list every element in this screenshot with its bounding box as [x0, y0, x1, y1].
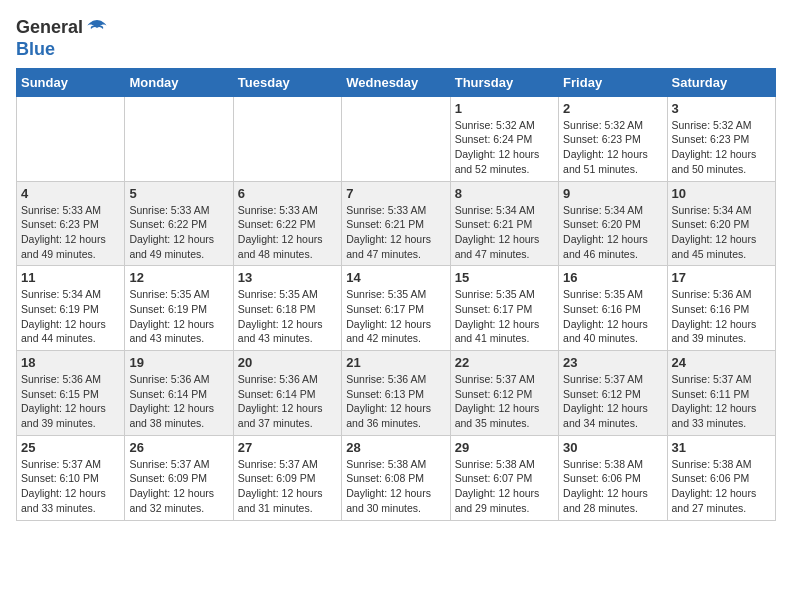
- day-number: 12: [129, 270, 228, 285]
- calendar-table: SundayMondayTuesdayWednesdayThursdayFrid…: [16, 68, 776, 521]
- day-info: Sunrise: 5:36 AM Sunset: 6:15 PM Dayligh…: [21, 372, 120, 431]
- week-row-3: 11Sunrise: 5:34 AM Sunset: 6:19 PM Dayli…: [17, 266, 776, 351]
- day-info: Sunrise: 5:37 AM Sunset: 6:10 PM Dayligh…: [21, 457, 120, 516]
- day-cell: 12Sunrise: 5:35 AM Sunset: 6:19 PM Dayli…: [125, 266, 233, 351]
- day-info: Sunrise: 5:37 AM Sunset: 6:12 PM Dayligh…: [455, 372, 554, 431]
- day-number: 26: [129, 440, 228, 455]
- day-info: Sunrise: 5:34 AM Sunset: 6:20 PM Dayligh…: [563, 203, 662, 262]
- day-cell: 10Sunrise: 5:34 AM Sunset: 6:20 PM Dayli…: [667, 181, 775, 266]
- day-cell: 28Sunrise: 5:38 AM Sunset: 6:08 PM Dayli…: [342, 435, 450, 520]
- day-info: Sunrise: 5:35 AM Sunset: 6:19 PM Dayligh…: [129, 287, 228, 346]
- day-number: 28: [346, 440, 445, 455]
- day-cell: 4Sunrise: 5:33 AM Sunset: 6:23 PM Daylig…: [17, 181, 125, 266]
- day-info: Sunrise: 5:38 AM Sunset: 6:06 PM Dayligh…: [672, 457, 771, 516]
- logo-text-general: General: [16, 18, 83, 38]
- logo-bird-icon: [85, 16, 109, 40]
- day-info: Sunrise: 5:35 AM Sunset: 6:16 PM Dayligh…: [563, 287, 662, 346]
- header: General Blue: [16, 16, 776, 60]
- day-cell: 24Sunrise: 5:37 AM Sunset: 6:11 PM Dayli…: [667, 351, 775, 436]
- day-info: Sunrise: 5:33 AM Sunset: 6:22 PM Dayligh…: [238, 203, 337, 262]
- day-cell: 7Sunrise: 5:33 AM Sunset: 6:21 PM Daylig…: [342, 181, 450, 266]
- day-cell: 18Sunrise: 5:36 AM Sunset: 6:15 PM Dayli…: [17, 351, 125, 436]
- day-number: 5: [129, 186, 228, 201]
- day-cell: 29Sunrise: 5:38 AM Sunset: 6:07 PM Dayli…: [450, 435, 558, 520]
- day-number: 11: [21, 270, 120, 285]
- day-number: 13: [238, 270, 337, 285]
- day-number: 10: [672, 186, 771, 201]
- day-info: Sunrise: 5:37 AM Sunset: 6:11 PM Dayligh…: [672, 372, 771, 431]
- day-info: Sunrise: 5:34 AM Sunset: 6:19 PM Dayligh…: [21, 287, 120, 346]
- header-cell-saturday: Saturday: [667, 68, 775, 96]
- day-number: 31: [672, 440, 771, 455]
- day-cell: [125, 96, 233, 181]
- week-row-5: 25Sunrise: 5:37 AM Sunset: 6:10 PM Dayli…: [17, 435, 776, 520]
- day-cell: 23Sunrise: 5:37 AM Sunset: 6:12 PM Dayli…: [559, 351, 667, 436]
- day-info: Sunrise: 5:37 AM Sunset: 6:09 PM Dayligh…: [129, 457, 228, 516]
- day-cell: [233, 96, 341, 181]
- day-number: 1: [455, 101, 554, 116]
- day-info: Sunrise: 5:35 AM Sunset: 6:17 PM Dayligh…: [346, 287, 445, 346]
- week-row-1: 1Sunrise: 5:32 AM Sunset: 6:24 PM Daylig…: [17, 96, 776, 181]
- day-cell: 13Sunrise: 5:35 AM Sunset: 6:18 PM Dayli…: [233, 266, 341, 351]
- day-info: Sunrise: 5:32 AM Sunset: 6:23 PM Dayligh…: [563, 118, 662, 177]
- day-info: Sunrise: 5:37 AM Sunset: 6:09 PM Dayligh…: [238, 457, 337, 516]
- header-cell-friday: Friday: [559, 68, 667, 96]
- logo-text-blue: Blue: [16, 40, 55, 60]
- day-cell: 11Sunrise: 5:34 AM Sunset: 6:19 PM Dayli…: [17, 266, 125, 351]
- day-info: Sunrise: 5:35 AM Sunset: 6:18 PM Dayligh…: [238, 287, 337, 346]
- day-cell: 1Sunrise: 5:32 AM Sunset: 6:24 PM Daylig…: [450, 96, 558, 181]
- day-number: 15: [455, 270, 554, 285]
- day-info: Sunrise: 5:35 AM Sunset: 6:17 PM Dayligh…: [455, 287, 554, 346]
- day-cell: [342, 96, 450, 181]
- day-number: 9: [563, 186, 662, 201]
- day-cell: 27Sunrise: 5:37 AM Sunset: 6:09 PM Dayli…: [233, 435, 341, 520]
- day-info: Sunrise: 5:36 AM Sunset: 6:16 PM Dayligh…: [672, 287, 771, 346]
- day-info: Sunrise: 5:36 AM Sunset: 6:14 PM Dayligh…: [129, 372, 228, 431]
- week-row-4: 18Sunrise: 5:36 AM Sunset: 6:15 PM Dayli…: [17, 351, 776, 436]
- day-number: 8: [455, 186, 554, 201]
- day-info: Sunrise: 5:38 AM Sunset: 6:06 PM Dayligh…: [563, 457, 662, 516]
- day-number: 30: [563, 440, 662, 455]
- day-number: 16: [563, 270, 662, 285]
- day-number: 21: [346, 355, 445, 370]
- day-cell: 22Sunrise: 5:37 AM Sunset: 6:12 PM Dayli…: [450, 351, 558, 436]
- day-info: Sunrise: 5:38 AM Sunset: 6:08 PM Dayligh…: [346, 457, 445, 516]
- day-number: 25: [21, 440, 120, 455]
- day-cell: 31Sunrise: 5:38 AM Sunset: 6:06 PM Dayli…: [667, 435, 775, 520]
- day-cell: 3Sunrise: 5:32 AM Sunset: 6:23 PM Daylig…: [667, 96, 775, 181]
- day-number: 18: [21, 355, 120, 370]
- day-number: 27: [238, 440, 337, 455]
- day-number: 19: [129, 355, 228, 370]
- day-cell: 17Sunrise: 5:36 AM Sunset: 6:16 PM Dayli…: [667, 266, 775, 351]
- logo: General Blue: [16, 16, 109, 60]
- day-cell: 26Sunrise: 5:37 AM Sunset: 6:09 PM Dayli…: [125, 435, 233, 520]
- day-number: 2: [563, 101, 662, 116]
- header-row: SundayMondayTuesdayWednesdayThursdayFrid…: [17, 68, 776, 96]
- header-cell-tuesday: Tuesday: [233, 68, 341, 96]
- day-cell: 5Sunrise: 5:33 AM Sunset: 6:22 PM Daylig…: [125, 181, 233, 266]
- day-number: 23: [563, 355, 662, 370]
- day-number: 20: [238, 355, 337, 370]
- day-cell: 14Sunrise: 5:35 AM Sunset: 6:17 PM Dayli…: [342, 266, 450, 351]
- day-info: Sunrise: 5:32 AM Sunset: 6:23 PM Dayligh…: [672, 118, 771, 177]
- day-info: Sunrise: 5:33 AM Sunset: 6:21 PM Dayligh…: [346, 203, 445, 262]
- day-cell: 19Sunrise: 5:36 AM Sunset: 6:14 PM Dayli…: [125, 351, 233, 436]
- header-cell-thursday: Thursday: [450, 68, 558, 96]
- day-number: 6: [238, 186, 337, 201]
- day-info: Sunrise: 5:34 AM Sunset: 6:21 PM Dayligh…: [455, 203, 554, 262]
- header-cell-monday: Monday: [125, 68, 233, 96]
- day-info: Sunrise: 5:34 AM Sunset: 6:20 PM Dayligh…: [672, 203, 771, 262]
- day-number: 3: [672, 101, 771, 116]
- day-cell: 21Sunrise: 5:36 AM Sunset: 6:13 PM Dayli…: [342, 351, 450, 436]
- day-info: Sunrise: 5:33 AM Sunset: 6:23 PM Dayligh…: [21, 203, 120, 262]
- day-cell: 6Sunrise: 5:33 AM Sunset: 6:22 PM Daylig…: [233, 181, 341, 266]
- day-cell: 15Sunrise: 5:35 AM Sunset: 6:17 PM Dayli…: [450, 266, 558, 351]
- day-number: 22: [455, 355, 554, 370]
- header-cell-wednesday: Wednesday: [342, 68, 450, 96]
- day-cell: [17, 96, 125, 181]
- day-info: Sunrise: 5:36 AM Sunset: 6:14 PM Dayligh…: [238, 372, 337, 431]
- day-info: Sunrise: 5:33 AM Sunset: 6:22 PM Dayligh…: [129, 203, 228, 262]
- header-cell-sunday: Sunday: [17, 68, 125, 96]
- day-number: 29: [455, 440, 554, 455]
- week-row-2: 4Sunrise: 5:33 AM Sunset: 6:23 PM Daylig…: [17, 181, 776, 266]
